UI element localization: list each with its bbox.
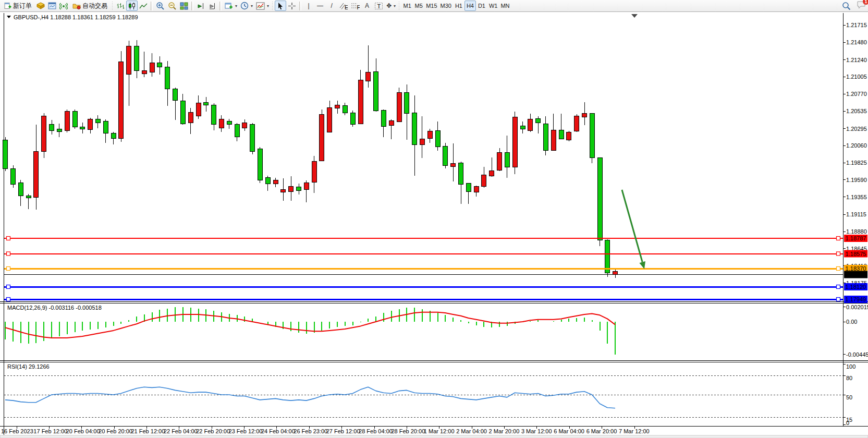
candle-body	[567, 132, 571, 140]
dropdown-caret-icon: ▾	[267, 4, 269, 8]
candle-body	[335, 105, 340, 108]
market-watch-button[interactable]	[35, 1, 46, 11]
candle	[597, 157, 602, 247]
price-tick-label: 1.20770	[846, 91, 867, 97]
candle-body	[95, 119, 100, 123]
equidistant-channel-tool-button[interactable]: E	[337, 1, 349, 11]
candle-body	[11, 168, 16, 184]
candle-body	[613, 272, 618, 275]
price-tick-label: 1.21240	[846, 57, 867, 63]
vertical-line-tool-button[interactable]: |	[303, 1, 314, 11]
price-tick-label: 1.19115	[846, 211, 866, 217]
timeframe-h4-button[interactable]: H4	[464, 1, 476, 11]
macd-tick-label: -0.004451	[846, 351, 868, 358]
svg-text:E: E	[345, 4, 348, 10]
zoom-out-button[interactable]	[166, 1, 178, 11]
candle-body	[597, 157, 602, 240]
timeframe-h1-button[interactable]: H1	[453, 1, 464, 11]
toolbar-separator	[219, 2, 222, 10]
fibonacci-tool-button[interactable]: F	[349, 1, 361, 11]
candle	[119, 51, 124, 142]
toolbar-grip	[272, 2, 274, 10]
candle-body	[119, 62, 124, 138]
line-drag-handle[interactable]	[837, 237, 840, 240]
toolbar-separator	[191, 2, 193, 10]
line-drag-handle[interactable]	[7, 298, 10, 301]
svg-text:F: F	[357, 4, 360, 10]
line-drag-handle[interactable]	[837, 252, 840, 256]
arrows-tool-button[interactable]: ✥ ▾	[385, 1, 397, 11]
timeframe-w1-button[interactable]: W1	[487, 1, 499, 11]
line-drag-handle[interactable]	[7, 285, 10, 289]
candle-body	[459, 163, 463, 184]
candle-body	[320, 114, 324, 161]
timeframe-m30-button[interactable]: M30	[439, 1, 453, 11]
broadcast-signal-icon	[59, 2, 68, 10]
chart-shift-button[interactable]	[195, 1, 206, 11]
candle-body	[520, 126, 525, 129]
timeframe-d1-button[interactable]: D1	[476, 1, 487, 11]
chart-background	[0, 12, 868, 438]
candle-body	[50, 124, 54, 130]
candle-body	[65, 111, 69, 130]
toolbar-separator	[299, 2, 301, 10]
timeframe-m15-button[interactable]: M15	[424, 1, 438, 11]
candle-body	[103, 121, 108, 133]
new-chart-button[interactable]: ▾	[223, 1, 239, 11]
candle-body	[551, 130, 556, 150]
dropdown-caret-icon: ▾	[394, 4, 396, 8]
candle-body	[327, 107, 332, 132]
zoom-in-button[interactable]	[154, 1, 166, 11]
new-chart-icon	[225, 2, 233, 10]
timeframe-m1-button[interactable]: M1	[401, 1, 413, 11]
notifications-button[interactable]: 1	[857, 1, 866, 11]
candle-body	[420, 139, 424, 144]
auto-trading-label: 自动交易	[82, 2, 107, 10]
crosshair-tool-button[interactable]	[286, 1, 298, 11]
price-tick-label: 1.20535	[846, 108, 867, 114]
macd-tick-label: 0.002015	[846, 304, 868, 310]
time-tick-label: 22 Feb 20:00	[196, 428, 230, 434]
candle-body	[497, 152, 502, 170]
timeframe-mn-button[interactable]: MN	[499, 1, 511, 11]
line-drag-handle[interactable]	[837, 267, 840, 271]
timeframe-m5-button[interactable]: M5	[413, 1, 424, 11]
line-drag-handle[interactable]	[837, 298, 840, 301]
candlestick-chart-button[interactable]	[126, 1, 138, 11]
line-drag-handle[interactable]	[837, 285, 840, 289]
trendline-tool-button[interactable]: /	[326, 1, 337, 11]
tile-windows-button[interactable]	[178, 1, 190, 11]
time-tick-label: 21 Feb 12:00	[131, 428, 165, 434]
candle-body	[343, 105, 347, 113]
candle-body	[389, 120, 394, 125]
main-toolbar: 新订单 自动交易 ▾ ▾	[0, 0, 868, 12]
horizontal-line-tool-button[interactable]: —	[314, 1, 326, 11]
candle-body	[258, 149, 262, 180]
templates-button[interactable]: ▾	[254, 1, 271, 11]
line-drag-handle[interactable]	[7, 252, 10, 256]
text-tool-button[interactable]: A	[361, 1, 373, 11]
search-button[interactable]	[840, 1, 852, 11]
text-label-tool-button[interactable]: T	[373, 1, 385, 11]
time-tick-label: 2 Mar 20:00	[489, 428, 520, 434]
bar-chart-button[interactable]	[115, 1, 126, 11]
line-drag-handle[interactable]	[7, 267, 10, 271]
equidistant-channel-icon: E	[339, 2, 348, 10]
status-bar	[0, 435, 868, 438]
cursor-tool-button[interactable]	[275, 1, 286, 11]
time-tick-label: 20 Feb 04:00	[66, 428, 100, 434]
terminal-window-button[interactable]	[46, 1, 58, 11]
price-tick-label: 1.21005	[846, 74, 867, 80]
application-window: { "toolbar": { "new_order_label": "新订单",…	[0, 0, 868, 438]
auto-scroll-button[interactable]	[206, 1, 218, 11]
auto-trading-button[interactable]: 自动交易	[69, 1, 111, 11]
candle-body	[18, 182, 23, 196]
periods-button[interactable]: ▾	[239, 1, 254, 11]
candle	[72, 110, 77, 129]
signals-button[interactable]	[58, 1, 69, 11]
bar-chart-icon	[116, 2, 125, 10]
line-chart-button[interactable]	[138, 1, 149, 11]
new-order-button[interactable]: 新订单	[1, 1, 35, 11]
time-tick-label: 7 Mar 12:00	[619, 428, 650, 434]
line-drag-handle[interactable]	[7, 237, 10, 240]
